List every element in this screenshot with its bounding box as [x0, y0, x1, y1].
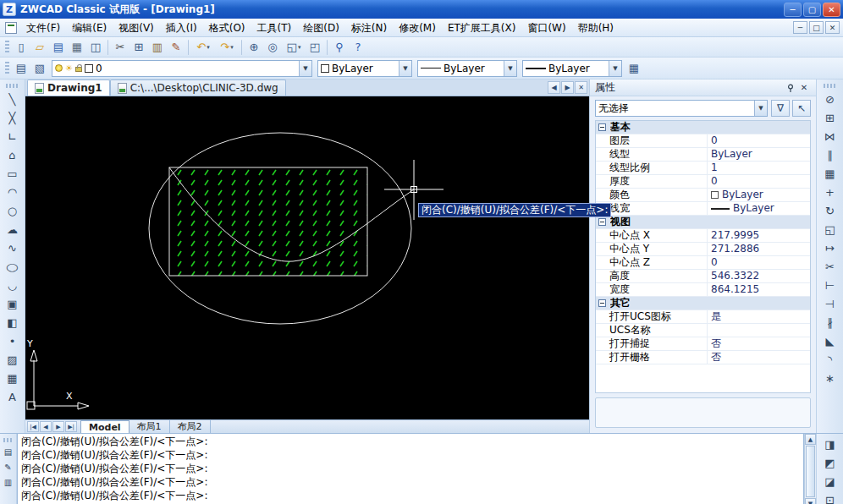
command-scrollbar[interactable]: ▲ ▼ [804, 434, 816, 504]
line-icon[interactable]: ╲ [3, 90, 22, 108]
copy-icon[interactable]: ⊞ [821, 109, 840, 127]
scroll-up-icon[interactable]: ▲ [805, 434, 816, 445]
property-row[interactable]: 图层 0 [596, 134, 810, 148]
tool-icon[interactable]: ◩ [821, 454, 840, 472]
copy-icon[interactable]: ⊞ [129, 39, 148, 56]
close-icon[interactable]: ✕ [797, 81, 811, 94]
toolbar-icon[interactable] [107, 40, 108, 55]
zoom-realtime-icon[interactable]: ◎ [263, 39, 282, 56]
property-row[interactable]: 打开捕捉 否 [596, 337, 810, 351]
move-icon[interactable]: + [821, 184, 840, 201]
tab-close-button[interactable]: ✕ [575, 81, 587, 94]
lineweight-select[interactable]: ByLayer ▼ [522, 60, 622, 77]
mtext-icon[interactable]: A [3, 388, 22, 406]
chevron-down-icon[interactable]: ▼ [504, 61, 516, 76]
region-icon[interactable]: ▦ [3, 370, 22, 387]
select-objects-icon[interactable]: ↖ [792, 100, 811, 117]
drawing-canvas[interactable]: Y X 闭合(C)/撤销(U)/拟合公差(F)/<下一点>: [25, 96, 589, 419]
menu-item[interactable]: 文件(F) [20, 19, 66, 36]
tool-icon[interactable]: ◨ [821, 436, 840, 453]
property-row[interactable]: 线宽 ByLayer [596, 202, 810, 216]
layout-tab[interactable]: Model [80, 420, 129, 433]
help-icon[interactable]: ? [349, 39, 367, 56]
offset-icon[interactable]: ∥ [821, 146, 840, 164]
new-icon[interactable]: ▯ [12, 39, 30, 56]
revcloud-icon[interactable]: ☁ [3, 221, 22, 238]
toolbar-grip[interactable] [5, 41, 9, 54]
selection-select[interactable]: 无选择 ▼ [595, 100, 768, 117]
linetype-select[interactable]: ByLayer ▼ [417, 60, 517, 77]
plot-icon[interactable]: ▦ [68, 39, 86, 56]
match-properties-icon[interactable]: ✎ [167, 39, 185, 56]
menu-item[interactable]: 帮助(H) [572, 19, 620, 36]
collapse-icon[interactable] [598, 123, 606, 131]
menu-item[interactable]: 编辑(E) [66, 19, 113, 36]
property-row[interactable]: 打开UCS图标 是 [596, 310, 810, 324]
toolbar-grip[interactable] [824, 84, 837, 88]
zoom-window-icon[interactable]: ◱ [282, 39, 306, 56]
property-row[interactable]: 打开栅格 否 [596, 351, 810, 364]
fillet-icon[interactable]: ◝ [821, 351, 840, 369]
explode-icon[interactable]: ∗ [821, 370, 840, 387]
menu-item[interactable]: 窗口(W) [521, 19, 571, 36]
ellipse-icon[interactable]: ◯ [3, 260, 22, 273]
property-row[interactable]: 中心点 X 217.9995 [596, 229, 810, 243]
menu-item[interactable]: 修改(M) [393, 19, 442, 36]
spline-icon[interactable]: ∿ [3, 239, 22, 257]
extend-icon[interactable]: ⊢ [821, 277, 840, 294]
drawing-file-icon[interactable] [5, 22, 17, 34]
tab-scroll-right-button[interactable]: ▶ [561, 81, 574, 94]
chevron-down-icon[interactable]: ▼ [754, 101, 767, 116]
collapse-icon[interactable] [598, 218, 606, 226]
erase-icon[interactable]: ⊘ [821, 90, 840, 108]
insert-block-icon[interactable]: ▣ [3, 295, 22, 313]
polygon-icon[interactable]: ⌂ [3, 146, 22, 164]
chamfer-icon[interactable]: ◣ [821, 332, 840, 350]
make-block-icon[interactable]: ◧ [3, 314, 22, 331]
close-button[interactable]: ✕ [823, 3, 840, 17]
polyline-icon[interactable]: ∟ [3, 128, 22, 145]
paste-icon[interactable]: ▥ [148, 39, 167, 56]
layout-tab[interactable]: 布局2 [170, 420, 211, 433]
minimize-button[interactable]: ─ [784, 3, 802, 17]
undo-icon[interactable]: ↶ [191, 39, 215, 56]
tab-scroll-left-button[interactable]: ◀ [548, 81, 560, 94]
last-layout-button[interactable]: ▶| [65, 421, 77, 432]
collapse-icon[interactable] [598, 299, 606, 307]
tool-icon[interactable]: ▥ [2, 475, 15, 490]
menu-item[interactable]: 视图(V) [113, 19, 160, 36]
property-row[interactable]: 其它 [596, 297, 810, 310]
redo-icon[interactable]: ↷ [215, 39, 239, 56]
circle-icon[interactable]: ○ [3, 202, 22, 220]
pin-icon[interactable] [784, 81, 797, 94]
trim-icon[interactable]: ✂ [821, 258, 840, 276]
color-select[interactable]: ByLayer ▼ [317, 60, 412, 77]
chevron-down-icon[interactable]: ▼ [399, 61, 411, 76]
first-layout-button[interactable]: |◀ [27, 421, 39, 432]
property-row[interactable]: 颜色 ByLayer [596, 189, 810, 202]
mirror-icon[interactable]: ⋈ [821, 128, 840, 145]
menu-item[interactable]: ET扩展工具(X) [442, 19, 522, 36]
command-history[interactable]: 闭合(C)/撤销(U)/拟合公差(F)/<下一点>:闭合(C)/撤销(U)/拟合… [17, 434, 804, 504]
maximize-button[interactable]: ▢ [803, 3, 821, 17]
tool-icon[interactable]: ◪ [821, 473, 840, 490]
property-row[interactable]: 厚度 0 [596, 175, 810, 189]
menu-item[interactable]: 格式(O) [203, 19, 251, 36]
point-icon[interactable]: • [3, 332, 22, 350]
chevron-down-icon[interactable]: ▼ [609, 61, 621, 76]
menu-item[interactable]: 绘图(D) [297, 19, 345, 36]
find-icon[interactable]: ⚲ [330, 39, 349, 56]
property-row[interactable]: UCS名称 [596, 324, 810, 337]
zoom-previous-icon[interactable]: ◰ [306, 39, 324, 56]
layer-select[interactable]: ☀ 0 ▼ [52, 60, 312, 77]
open-icon[interactable]: ▱ [30, 39, 49, 56]
ellipse-arc-icon[interactable]: ◡ [3, 277, 22, 294]
stretch-icon[interactable]: ↦ [821, 239, 840, 257]
chevron-down-icon[interactable]: ▼ [299, 61, 311, 76]
array-icon[interactable]: ▦ [821, 165, 840, 183]
hatched-rectangle[interactable] [169, 167, 367, 276]
print-preview-icon[interactable]: ◫ [86, 39, 105, 56]
next-layout-button[interactable]: ▶ [52, 421, 64, 432]
menu-item[interactable]: 插入(I) [160, 19, 203, 36]
tool-icon[interactable]: ✎ [2, 460, 15, 474]
